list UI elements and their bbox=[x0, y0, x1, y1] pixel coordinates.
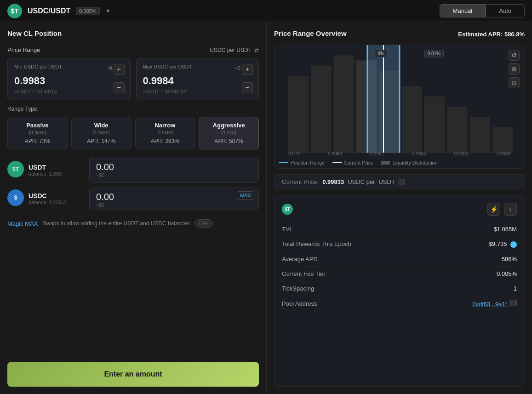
min-price-increment[interactable]: + bbox=[114, 64, 125, 75]
min-price-label: Min USDC per USDT bbox=[14, 64, 62, 69]
x-label-2: 0.9982 bbox=[370, 151, 384, 156]
estimated-apr: Estimated APR: 586.8% bbox=[458, 31, 525, 38]
usdc-value[interactable]: 0.00 bbox=[96, 192, 252, 202]
svg-rect-6 bbox=[401, 86, 422, 153]
pool-stats: TVL $1.065M Total Rewards This Epoch $9,… bbox=[282, 222, 517, 311]
token-section: $T USDT balance: 1,600 0.00 ≈$0 bbox=[7, 157, 259, 210]
range-option-aggressive[interactable]: Aggressive [1 tick] APR: 587% bbox=[199, 117, 259, 149]
legend-liquidity-label: Liquidity Distribution bbox=[392, 160, 437, 166]
svg-rect-8 bbox=[447, 107, 467, 153]
wide-apr: APR: 147% bbox=[75, 138, 127, 144]
svg-rect-13 bbox=[399, 45, 400, 153]
max-button[interactable]: MAX bbox=[237, 191, 254, 200]
legend-current: Current Price bbox=[332, 160, 374, 166]
chart-badges: 0% 0.01% bbox=[374, 50, 444, 57]
aggressive-apr: APR: 587% bbox=[203, 138, 255, 144]
pool-action-btn-2[interactable]: ↓ bbox=[504, 203, 517, 216]
manual-mode-button[interactable]: Manual bbox=[440, 4, 486, 17]
chart-zoom-out-button[interactable]: ⊖ bbox=[509, 77, 520, 88]
max-price-value: 0.9984 bbox=[143, 75, 252, 87]
chart-x-axis: 0.978 0.9980 0.9982 0.9984 0.9986 0.9988 bbox=[275, 151, 524, 156]
liquidity-chart bbox=[275, 45, 524, 168]
svg-rect-3 bbox=[333, 55, 354, 153]
auto-mode-button[interactable]: Auto bbox=[486, 4, 525, 17]
current-price-label: Current Price: bbox=[282, 178, 319, 185]
price-range-section: Price Range USDC per USDT ⇄ Min USDC per… bbox=[7, 46, 259, 149]
range-options: Passive [8 ticks] APR: 73% Wide [4 ticks… bbox=[7, 117, 259, 149]
rewards-info-icon[interactable] bbox=[510, 241, 517, 248]
magic-max-row: Magic MAX Swaps to allow adding the enti… bbox=[7, 217, 259, 229]
fee-badge: 0.005% bbox=[76, 7, 99, 15]
chart-legend: Position Range Current Price Liquidity D… bbox=[279, 160, 438, 166]
apr-row: Average APR 586% bbox=[282, 252, 517, 267]
header: $T USDC/USDT 0.005% ▼ Manual Auto bbox=[0, 0, 532, 22]
current-price-unit1: USDC per bbox=[348, 178, 375, 185]
max-price-controls: + − bbox=[242, 64, 253, 93]
aggressive-ticks: [1 tick] bbox=[203, 130, 255, 135]
usdt-value[interactable]: 0.00 bbox=[96, 162, 252, 172]
min-price-decrement[interactable]: − bbox=[114, 82, 125, 93]
usdt-balance: balance: 1,600 bbox=[29, 171, 84, 177]
chart-controls: ↺ ⊕ ⊖ bbox=[509, 50, 520, 88]
min-price-box: Min USDC per USDT -0.00% 0.9983 ≈USDT = … bbox=[7, 58, 131, 100]
dropdown-arrow-icon[interactable]: ▼ bbox=[105, 8, 111, 14]
magic-max-label[interactable]: Magic MAX bbox=[7, 220, 38, 227]
pool-action-btn-1[interactable]: ⚡ bbox=[487, 203, 500, 216]
usdt-row: $T USDT balance: 1,600 0.00 ≈$0 bbox=[7, 157, 259, 183]
min-price-controls: + − bbox=[114, 64, 125, 93]
pool-header-actions: ⚡ ↓ bbox=[487, 203, 517, 216]
svg-rect-7 bbox=[424, 97, 445, 153]
mode-toggle: Manual Auto bbox=[440, 4, 525, 17]
x-label-1: 0.9980 bbox=[328, 151, 342, 156]
max-price-usd: ≈USDT = $0.98162 bbox=[143, 89, 252, 94]
range-option-narrow[interactable]: Narrow [2 ticks] APR: 293% bbox=[135, 117, 195, 149]
usdc-row: $ USDC balance: 2,150.3 0.00 ≈$0 MAX bbox=[7, 187, 259, 210]
copy-price-icon[interactable] bbox=[399, 179, 405, 185]
tvl-value: $1.065M bbox=[493, 226, 517, 233]
x-label-5: 0.9988 bbox=[496, 151, 510, 156]
chart-refresh-button[interactable]: ↺ bbox=[509, 50, 520, 61]
usdt-icon: $T bbox=[7, 161, 24, 177]
usdt-info: USDT balance: 1,600 bbox=[29, 164, 84, 177]
legend-current-label: Current Price bbox=[344, 160, 374, 166]
denomination-display: USDC per USDT ⇄ bbox=[210, 47, 259, 53]
fee-value: 0.005% bbox=[497, 270, 517, 277]
header-left: $T USDC/USDT 0.005% ▼ bbox=[7, 4, 111, 18]
address-row: Pool Address 0xdf63...9a1f bbox=[282, 296, 517, 311]
pool-info: $T ⚡ ↓ TVL $1.065M Total Rewards This Ep… bbox=[274, 195, 525, 387]
min-price-usd: ≈USDT = $0.98152 bbox=[14, 89, 124, 94]
liquidity-bar-icon bbox=[381, 161, 390, 165]
position-line-icon bbox=[279, 162, 288, 163]
main-content: New CL Position Price Range USDC per USD… bbox=[0, 22, 532, 394]
denomination-text: USDC per USDT bbox=[210, 47, 252, 53]
usdc-name: USDC bbox=[29, 192, 84, 200]
aggressive-name: Aggressive bbox=[203, 122, 255, 129]
usdt-usd: ≈$0 bbox=[96, 172, 252, 178]
usdt-name: USDT bbox=[29, 164, 84, 171]
pair-label: USDC/USDT bbox=[28, 7, 70, 15]
swap-icon[interactable]: ⇄ bbox=[254, 47, 259, 53]
range-option-wide[interactable]: Wide [4 ticks] APR: 147% bbox=[71, 117, 132, 149]
narrow-name: Narrow bbox=[139, 122, 191, 129]
usdc-icon: $ bbox=[7, 189, 24, 206]
magic-max-toggle[interactable]: OFF bbox=[194, 219, 213, 228]
usdc-info: USDC balance: 2,150.3 bbox=[29, 192, 84, 205]
enter-amount-button[interactable]: Enter an amount bbox=[7, 362, 259, 387]
max-price-decrement[interactable]: − bbox=[242, 82, 253, 93]
right-header: Price Range Overview Estimated APR: 586.… bbox=[274, 29, 525, 39]
max-price-header: Max USDC per USDT +0.01% bbox=[143, 64, 252, 72]
pool-info-header: $T ⚡ ↓ bbox=[282, 203, 517, 216]
range-option-passive[interactable]: Passive [8 ticks] APR: 73% bbox=[7, 117, 68, 149]
copy-address-icon[interactable] bbox=[510, 300, 517, 306]
svg-rect-10 bbox=[492, 127, 513, 153]
chart-zoom-in-button[interactable]: ⊕ bbox=[509, 63, 520, 74]
usdt-left: $T USDT balance: 1,600 bbox=[7, 161, 84, 179]
usdc-input-box: 0.00 ≈$0 bbox=[89, 187, 259, 210]
max-price-increment[interactable]: + bbox=[242, 64, 253, 75]
right-panel: Price Range Overview Estimated APR: 586.… bbox=[267, 22, 532, 394]
max-price-box: Max USDC per USDT +0.01% 0.9984 ≈USDT = … bbox=[136, 58, 259, 100]
narrow-ticks: [2 ticks] bbox=[139, 130, 191, 135]
min-price-header: Min USDC per USDT -0.00% bbox=[14, 64, 124, 72]
address-label: Pool Address bbox=[282, 300, 317, 307]
address-value[interactable]: 0xdf63...9a1f bbox=[472, 300, 517, 308]
